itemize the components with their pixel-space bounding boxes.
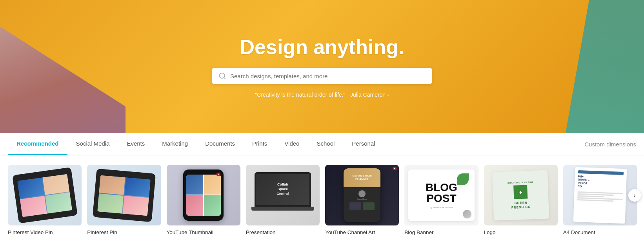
design-grid-wrapper: Pinterest Video Pin Pinterest Pin [0, 155, 644, 235]
blog-post-title: BLOGPOST [426, 182, 457, 204]
tablet-screen-2 [98, 175, 151, 216]
design-card-blog-banner[interactable]: BLOGPOST by Nicole Ana Bradlee Blog Bann… [404, 165, 478, 235]
design-label-youtube-channel-art: YouTube Channel Art [325, 229, 399, 235]
design-card-youtube-thumbnail[interactable]: YouTube Thumbnail [167, 165, 240, 235]
design-label-youtube-thumbnail: YouTube Thumbnail [167, 229, 240, 235]
yt-thumb-1 [349, 202, 361, 210]
a4-doc-title: MID-QUARTEREPORCO. [578, 175, 624, 190]
design-grid: Pinterest Video Pin Pinterest Pin [0, 155, 644, 235]
design-label-pinterest-video-pin: Pinterest Video Pin [8, 229, 82, 235]
tablet-cell-7 [98, 193, 124, 213]
design-thumb-presentation: CollabSpaceCentral [246, 165, 320, 225]
yt-channel-wrap: ▶ CRAFTING & FRESHCHANNEL Channel Name [325, 165, 399, 225]
design-card-pinterest-pin[interactable]: Pinterest Pin [87, 165, 161, 235]
design-card-logo[interactable]: CRAFTING & FRESH GREENFRESH CO Logo [484, 165, 558, 235]
yt-avatar [358, 190, 366, 197]
hero-quote[interactable]: "Creativity is the natural order of life… [0, 92, 644, 98]
a4-sub-lines [577, 191, 623, 202]
nav-item-video[interactable]: Video [276, 133, 308, 155]
yt-channel-phone: ▶ CRAFTING & FRESHCHANNEL Channel Name [344, 168, 380, 222]
logo-badge [513, 185, 528, 199]
grid-next-button[interactable]: › [628, 189, 641, 202]
tablet-cell-2 [43, 174, 70, 195]
search-input[interactable] [230, 73, 426, 79]
tablet-mockup-2 [93, 168, 156, 222]
blog-banner-inner: BLOGPOST by Nicole Ana Bradlee [408, 169, 475, 221]
laptop-screen-inner: CollabSpaceCentral [256, 174, 309, 205]
tablet-cell-5 [99, 175, 126, 195]
nav-item-school[interactable]: School [308, 133, 343, 155]
nav-item-events[interactable]: Events [118, 133, 153, 155]
hero-content: Design anything. "Creativity is the natu… [0, 35, 644, 98]
design-card-presentation[interactable]: CollabSpaceCentral Presentation [246, 165, 320, 235]
nav-item-recommended[interactable]: Recommended [8, 133, 67, 155]
yt-thumb-2 [363, 202, 375, 210]
design-thumb-youtube-channel-art: ▶ CRAFTING & FRESHCHANNEL Channel Name [325, 165, 399, 225]
design-thumb-logo: CRAFTING & FRESH GREENFRESH CO [484, 165, 558, 225]
youtube-red-dot [216, 173, 220, 176]
nav-item-personal[interactable]: Personal [343, 133, 384, 155]
hero-title: Design anything. [0, 35, 644, 59]
phone-cell-1 [186, 175, 203, 195]
nav-item-documents[interactable]: Documents [196, 133, 244, 155]
design-label-logo: Logo [484, 229, 558, 235]
design-card-youtube-channel-art[interactable]: ▶ CRAFTING & FRESHCHANNEL Channel Name [325, 165, 399, 235]
design-card-a4-document[interactable]: MID-QUARTEREPORCO. A4 Document [563, 165, 637, 235]
design-thumb-pinterest-video-pin [8, 165, 82, 225]
laptop-base [251, 207, 314, 211]
design-label-presentation: Presentation [246, 229, 320, 235]
a4-header-bar [578, 170, 624, 175]
logo-crafting-text: CRAFTING & FRESH [508, 180, 533, 184]
yt-channel-banner: CRAFTING & FRESHCHANNEL [344, 168, 380, 187]
tablet-mockup [12, 167, 77, 224]
category-nav-items: Recommended Social Media Events Marketin… [8, 133, 577, 155]
tablet-cell-8 [123, 196, 149, 216]
design-label-blog-banner: Blog Banner [404, 229, 478, 235]
design-label-a4-document: A4 Document [563, 229, 637, 235]
tablet-cell-4 [45, 192, 72, 213]
yt-channel-body: Channel Name [344, 187, 380, 222]
phone-cell-3 [186, 195, 203, 216]
phone-screen [186, 175, 221, 216]
a4-doc-inner: MID-QUARTEREPORCO. [573, 167, 627, 223]
a4-line-3 [577, 195, 605, 197]
yt-banner-text: CRAFTING & FRESHCHANNEL [353, 175, 372, 181]
category-nav: Recommended Social Media Events Marketin… [0, 133, 644, 155]
phone-cell-4 [204, 195, 221, 216]
design-thumb-blog-banner: BLOGPOST by Nicole Ana Bradlee [404, 165, 478, 225]
phone-mockup [183, 169, 224, 221]
svg-line-1 [224, 78, 226, 79]
design-label-pinterest-pin: Pinterest Pin [87, 229, 161, 235]
presentation-screen-title: CollabSpaceCentral [277, 182, 289, 196]
yt-channel-name: Channel Name [357, 198, 367, 200]
design-thumb-a4-document: MID-QUARTEREPORCO. [563, 165, 637, 225]
design-thumb-youtube-thumbnail [167, 165, 240, 225]
hero-section: Design anything. "Creativity is the natu… [0, 0, 644, 133]
search-bar[interactable] [212, 68, 432, 84]
search-icon [218, 72, 226, 80]
logo-card-inner: CRAFTING & FRESH GREENFRESH CO [492, 170, 549, 220]
tablet-screen [17, 174, 72, 217]
blog-author: by Nicole Ana Bradlee [430, 206, 453, 209]
tablet-cell-3 [20, 196, 47, 217]
phone-cell-2 [204, 175, 221, 195]
blog-leaf [457, 173, 469, 185]
tablet-cell-1 [17, 177, 44, 198]
custom-dimensions-button[interactable]: Custom dimensions [577, 134, 636, 155]
tablet-cell-6 [124, 177, 151, 197]
laptop-mockup: CollabSpaceCentral [251, 172, 314, 218]
yt-thumbnails [349, 202, 375, 210]
nav-item-marketing[interactable]: Marketing [153, 133, 196, 155]
logo-brand-text: GREENFRESH CO [511, 201, 531, 209]
nav-item-prints[interactable]: Prints [244, 133, 276, 155]
design-card-pinterest-video-pin[interactable]: Pinterest Video Pin [8, 165, 82, 235]
nav-item-social-media[interactable]: Social Media [67, 133, 118, 155]
blog-author-avatar [463, 210, 471, 218]
design-thumb-pinterest-pin [87, 165, 161, 225]
laptop-screen-frame: CollabSpaceCentral [255, 172, 311, 206]
